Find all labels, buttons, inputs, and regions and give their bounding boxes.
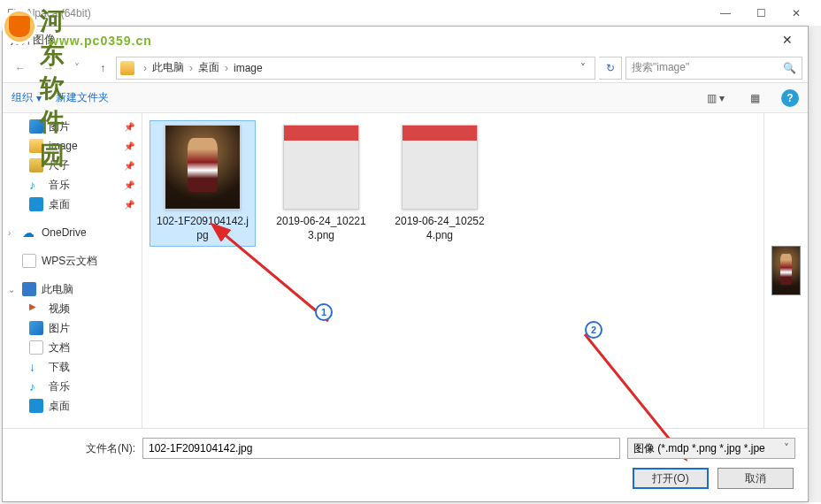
- breadcrumb-mid[interactable]: 桌面: [198, 60, 219, 75]
- recent-dropdown[interactable]: ˅: [65, 57, 89, 80]
- preview-thumbnail: [771, 246, 801, 295]
- forward-button[interactable]: →: [36, 57, 61, 80]
- pin-icon: 📌: [124, 180, 134, 190]
- sidebar-item-image-folder[interactable]: image📌: [3, 136, 142, 156]
- filename-input[interactable]: [142, 438, 620, 459]
- file-list[interactable]: 102-1F209104142.jpg 2019-06-24_102213.pn…: [142, 113, 763, 428]
- open-file-dialog: 打开图像 ✕ ← → ˅ ↑ › 此电脑 › 桌面 › image ˅ ↻ 搜索…: [2, 26, 809, 502]
- cancel-button[interactable]: 取消: [717, 468, 794, 489]
- pin-icon: 📌: [124, 200, 134, 210]
- dialog-body: 图片📌 image📌 尺子📌 音乐📌 桌面📌 ›OneDrive WPS云文档 …: [3, 113, 808, 428]
- search-placeholder: 搜索"image": [632, 60, 689, 75]
- music-icon: [29, 178, 43, 192]
- app-title: FireAlpaca (64bit): [7, 7, 708, 19]
- app-titlebar: FireAlpaca (64bit) — ☐ ✕: [0, 0, 821, 27]
- chevron-down-icon: ⌄: [8, 285, 15, 294]
- preview-pane: [763, 113, 808, 428]
- download-icon: [29, 360, 43, 374]
- pc-icon: [22, 282, 36, 296]
- sidebar-item-ruler[interactable]: 尺子📌: [3, 156, 142, 175]
- desktop-icon: [29, 197, 43, 211]
- file-thumbnail: [283, 125, 359, 210]
- preview-pane-button[interactable]: ▦: [742, 88, 767, 109]
- pin-icon: 📌: [124, 141, 134, 151]
- breadcrumb-leaf[interactable]: image: [234, 62, 263, 74]
- music-icon: [29, 379, 43, 393]
- pin-icon: 📌: [124, 122, 134, 132]
- back-button[interactable]: ←: [8, 57, 33, 80]
- folder-icon: [120, 61, 134, 75]
- up-button[interactable]: ↑: [93, 58, 112, 78]
- sidebar-item-onedrive[interactable]: ›OneDrive: [3, 223, 142, 242]
- pin-icon: 📌: [124, 161, 134, 171]
- file-name: 2019-06-24_102524.png: [391, 215, 488, 242]
- document-icon: [29, 340, 43, 355]
- help-button[interactable]: ?: [781, 89, 799, 107]
- chevron-right-icon: ›: [8, 228, 11, 238]
- folder-icon: [29, 139, 43, 153]
- sidebar-item-music2[interactable]: 音乐: [3, 377, 142, 396]
- sidebar-item-videos[interactable]: 视频: [3, 299, 142, 318]
- desktop-icon: [29, 399, 43, 413]
- dialog-titlebar: 打开图像 ✕: [3, 27, 808, 53]
- sidebar-item-desktop2[interactable]: 桌面: [3, 396, 142, 416]
- path-dropdown[interactable]: ˅: [575, 62, 591, 74]
- toolbar: 组织 ▾ 新建文件夹 ▥ ▾ ▦ ?: [3, 83, 808, 113]
- close-icon[interactable]: ✕: [774, 33, 801, 47]
- sidebar-item-desktop[interactable]: 桌面📌: [3, 195, 142, 214]
- step-badge-2: 2: [585, 321, 602, 339]
- open-button[interactable]: 打开(O): [633, 468, 709, 489]
- search-icon: 🔍: [783, 62, 796, 74]
- search-input[interactable]: 搜索"image" 🔍: [625, 57, 802, 80]
- filename-label: 文件名(N):: [86, 441, 135, 456]
- sidebar-item-downloads[interactable]: 下载: [3, 357, 142, 377]
- organize-menu[interactable]: 组织 ▾: [12, 90, 42, 105]
- filetype-filter[interactable]: 图像 (*.mdp *.png *.jpg *.jpe: [627, 438, 795, 459]
- view-mode-button[interactable]: ▥ ▾: [703, 88, 728, 109]
- sidebar-item-pictures[interactable]: 图片📌: [3, 117, 142, 136]
- cloud-icon: [22, 225, 36, 240]
- chevron-right-icon: ›: [140, 62, 150, 74]
- sidebar-item-documents[interactable]: 文档: [3, 338, 142, 357]
- minimize-button[interactable]: —: [708, 1, 743, 26]
- new-folder-button[interactable]: 新建文件夹: [56, 90, 109, 105]
- sidebar-item-pictures2[interactable]: 图片: [3, 318, 142, 338]
- background-scrollbar: [809, 26, 821, 502]
- maximize-button[interactable]: ☐: [743, 1, 779, 26]
- sidebar-item-music[interactable]: 音乐📌: [3, 175, 142, 195]
- refresh-button[interactable]: ↻: [599, 57, 622, 80]
- chevron-right-icon: ›: [186, 62, 196, 74]
- sidebar-item-wps[interactable]: WPS云文档: [3, 251, 142, 271]
- pictures-icon: [29, 321, 43, 335]
- video-icon: [29, 302, 43, 316]
- breadcrumb[interactable]: › 此电脑 › 桌面 › image ˅: [116, 57, 595, 80]
- document-icon: [22, 254, 36, 268]
- dialog-title: 打开图像: [10, 32, 774, 48]
- sidebar-item-thispc[interactable]: ⌄此电脑: [3, 279, 142, 299]
- ruler-icon: [29, 158, 43, 172]
- breadcrumb-root[interactable]: 此电脑: [152, 60, 184, 75]
- dialog-footer: 文件名(N): 图像 (*.mdp *.png *.jpg *.jpe 打开(O…: [3, 428, 808, 501]
- navigation-row: ← → ˅ ↑ › 此电脑 › 桌面 › image ˅ ↻ 搜索"image"…: [3, 53, 808, 83]
- chevron-right-icon: ›: [221, 62, 232, 74]
- file-thumbnail: [165, 125, 241, 210]
- step-badge-1: 1: [315, 303, 333, 321]
- svg-line-1: [585, 334, 678, 449]
- app-close-button[interactable]: ✕: [779, 1, 814, 26]
- svg-line-0: [222, 233, 328, 321]
- pictures-icon: [29, 119, 43, 134]
- sidebar: 图片📌 image📌 尺子📌 音乐📌 桌面📌 ›OneDrive WPS云文档 …: [3, 113, 142, 428]
- file-thumbnail: [402, 125, 478, 210]
- file-item[interactable]: 2019-06-24_102524.png: [387, 120, 493, 247]
